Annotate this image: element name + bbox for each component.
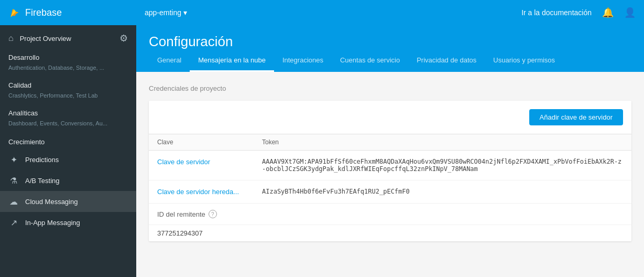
app-name: Firebase <box>25 7 62 18</box>
home-icon: ⌂ <box>8 34 14 43</box>
sidebar-project-overview-label: Project Overview <box>20 35 71 42</box>
sender-id-value: 377251294307 <box>149 225 631 241</box>
content-area: Configuración General Mensajería en la n… <box>136 25 644 277</box>
legacy-server-key-label[interactable]: Clave de servidor hereda... <box>157 188 262 196</box>
sidebar-item-cloud-messaging[interactable]: ☁ Cloud Messaging <box>0 191 136 212</box>
col-clave-header: Clave <box>157 138 262 146</box>
table-header: Clave Token <box>149 134 631 151</box>
docs-link[interactable]: Ir a la documentación <box>521 8 592 17</box>
sidebar-item-predictions-label: Predictions <box>25 156 59 164</box>
topbar-logo: Firebase <box>8 6 145 19</box>
section-title: Credenciales de proyecto <box>149 84 631 92</box>
sender-id-label: ID del remitente <box>157 210 205 218</box>
notifications-icon[interactable]: 🔔 <box>602 7 614 18</box>
sidebar-item-ab-testing[interactable]: ⚗ A/B Testing <box>0 170 136 191</box>
sidebar-section-desarrollo-subtitle: Authentication, Database, Storage, ... <box>0 65 136 74</box>
project-name: app-emting <box>145 8 181 17</box>
cloud-messaging-icon: ☁ <box>8 196 19 207</box>
account-icon[interactable]: 👤 <box>624 7 636 18</box>
sidebar-project-overview-row[interactable]: ⌂ Project Overview ⚙ <box>0 25 136 45</box>
tab-usuarios-permisos[interactable]: Usuarios y permisos <box>485 50 563 72</box>
topbar-right: Ir a la documentación 🔔 👤 <box>521 7 636 18</box>
in-app-messaging-icon: ↗ <box>8 217 19 228</box>
tab-cuentas-servicio[interactable]: Cuentas de servicio <box>332 50 408 72</box>
col-token-header: Token <box>262 138 623 146</box>
sidebar-section-analiticas: Analíticas Dashboard, Events, Conversion… <box>0 102 136 130</box>
add-server-key-button[interactable]: Añadir clave de servidor <box>529 109 623 125</box>
gear-icon[interactable]: ⚙ <box>119 33 128 44</box>
sidebar-item-ab-testing-label: A/B Testing <box>25 177 60 185</box>
ab-testing-icon: ⚗ <box>8 175 19 186</box>
credentials-card: Añadir clave de servidor Clave Token Cla… <box>149 101 631 241</box>
sidebar-section-analiticas-subtitle: Dashboard, Events, Conversions, Au... <box>0 120 136 130</box>
sidebar-item-in-app-messaging-label: In-App Messaging <box>25 219 80 227</box>
help-icon[interactable]: ? <box>209 210 217 218</box>
sidebar-item-in-app-messaging[interactable]: ↗ In-App Messaging <box>0 212 136 233</box>
sidebar-section-desarrollo-title: Desarrollo <box>0 50 136 65</box>
tab-mensajeria-nube[interactable]: Mensajería en la nube <box>190 50 274 72</box>
sender-id-row: ID del remitente ? <box>149 204 631 225</box>
content-body: Credenciales de proyecto Añadir clave de… <box>136 72 644 277</box>
topbar: Firebase app-emting ▾ Ir a la documentac… <box>0 0 644 25</box>
tab-general[interactable]: General <box>149 50 190 72</box>
sidebar-item-cloud-messaging-label: Cloud Messaging <box>25 198 78 206</box>
tab-privacidad-datos[interactable]: Privacidad de datos <box>408 50 485 72</box>
sidebar-section-crecimiento-title: Crecimiento <box>0 135 136 149</box>
sidebar: ⌂ Project Overview ⚙ Desarrollo Authenti… <box>0 25 136 277</box>
table-row: Clave de servidor AAAAV9Xt7GM:APA91bFfSf… <box>149 151 631 180</box>
tabs-header: General Mensajería en la nube Integracio… <box>136 50 644 72</box>
sidebar-section-crecimiento: Crecimiento ✦ Predictions ⚗ A/B Testing … <box>0 130 136 233</box>
sidebar-item-predictions[interactable]: ✦ Predictions <box>0 149 136 170</box>
sidebar-section-desarrollo: Desarrollo Authentication, Database, Sto… <box>0 45 136 74</box>
table-row: Clave de servidor hereda... AIzaSyBTh4Hb… <box>149 180 631 204</box>
firebase-logo-icon <box>8 6 21 19</box>
server-key-label[interactable]: Clave de servidor <box>157 158 262 166</box>
main-layout: ⌂ Project Overview ⚙ Desarrollo Authenti… <box>0 25 644 277</box>
page-title: Configuración <box>136 25 644 50</box>
predictions-icon: ✦ <box>8 154 19 165</box>
sidebar-section-calidad-subtitle: Crashlytics, Performance, Test Lab <box>0 92 136 102</box>
sidebar-section-calidad-title: Calidad <box>0 78 136 92</box>
project-selector[interactable]: app-emting ▾ <box>145 8 187 17</box>
sidebar-section-calidad: Calidad Crashlytics, Performance, Test L… <box>0 74 136 102</box>
legacy-server-key-token: AIzaSyBTh4Hb0f6eFvFu3h7EAfq1RU2_pECfmF0 <box>262 188 623 195</box>
chevron-down-icon: ▾ <box>183 8 187 17</box>
card-actions: Añadir clave de servidor <box>149 101 631 134</box>
tab-integraciones[interactable]: Integraciones <box>274 50 332 72</box>
sidebar-section-analiticas-title: Analíticas <box>0 106 136 120</box>
server-key-token: AAAAV9Xt7GM:APA91bFfSf60ceFhxmM8AQDaXAqH… <box>262 158 623 173</box>
